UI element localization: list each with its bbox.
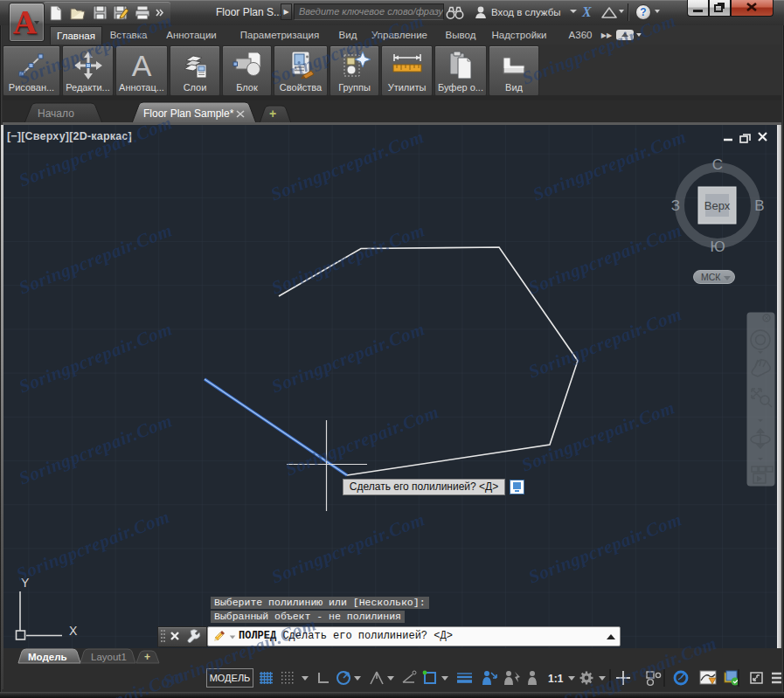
svg-text:Верх: Верх [704, 199, 731, 212]
svg-text:+: + [269, 107, 276, 121]
svg-text:Y: Y [21, 576, 30, 590]
svg-text:Floor Plan Sample*: Floor Plan Sample* [143, 107, 234, 120]
svg-text:Layout1: Layout1 [91, 652, 127, 662]
svg-text:1:1: 1:1 [548, 673, 564, 685]
svg-text:С: С [712, 156, 723, 173]
svg-text:Ю: Ю [710, 238, 725, 252]
svg-text:З: З [671, 197, 680, 214]
svg-text:X: X [69, 624, 78, 638]
svg-text:+: + [144, 651, 150, 663]
svg-text:В: В [754, 197, 764, 214]
svg-text:Начало: Начало [38, 107, 74, 120]
svg-text:Модель: Модель [28, 652, 67, 662]
